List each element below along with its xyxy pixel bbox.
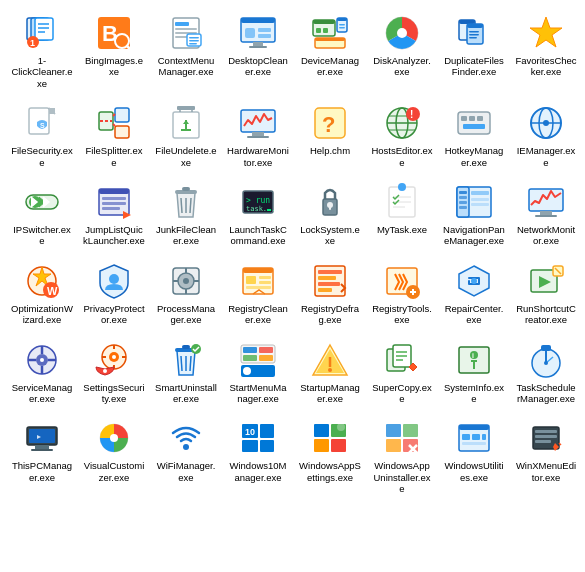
svg-point-195: [544, 361, 548, 365]
app-icon: [310, 13, 350, 53]
app-item[interactable]: DesktopCleaner.exe: [224, 8, 292, 94]
app-item[interactable]: DuplicateFilesFinder.exe: [440, 8, 508, 94]
app-item[interactable]: DeviceManager.exe: [296, 8, 364, 94]
app-label: LaunchTaskCommand.exe: [227, 224, 289, 247]
svg-line-91: [181, 198, 182, 213]
app-item[interactable]: LockSystem.exe: [296, 177, 364, 252]
svg-rect-115: [471, 203, 489, 206]
svg-rect-75: [469, 116, 475, 121]
app-item[interactable]: ?Help.chm: [296, 98, 364, 173]
app-label: HostsEditor.exe: [371, 145, 433, 168]
app-item[interactable]: WiFiManager.exe: [152, 413, 220, 499]
svg-rect-58: [177, 106, 195, 110]
app-item[interactable]: ThisPCManager.exe: [8, 413, 76, 499]
app-item[interactable]: JunkFileCleaner.exe: [152, 177, 220, 252]
app-item[interactable]: ContextMenuManager.exe: [152, 8, 220, 94]
app-item[interactable]: HardwareMonitor.exe: [224, 98, 292, 173]
app-label: FileSecurity.exe: [11, 145, 73, 168]
app-icon: [22, 340, 62, 380]
app-item[interactable]: FileSplitter.exe: [80, 98, 148, 173]
app-item[interactable]: NetworkMonitor.exe: [512, 177, 580, 252]
svg-rect-2: [35, 18, 53, 40]
svg-point-159: [112, 355, 116, 359]
app-item[interactable]: JumpListQuickLauncher.exe: [80, 177, 148, 252]
app-item[interactable]: WindowsUtilities.exe: [440, 413, 508, 499]
app-item[interactable]: HotkeyManager.exe: [440, 98, 508, 173]
svg-rect-197: [29, 429, 55, 443]
svg-rect-35: [339, 27, 345, 29]
app-item[interactable]: SettingsSecurity.exe: [80, 335, 148, 410]
svg-rect-73: [458, 112, 490, 134]
svg-rect-198: [35, 445, 49, 449]
app-label: VisualCustomizer.exe: [83, 460, 145, 483]
svg-rect-110: [459, 196, 467, 199]
svg-rect-62: [252, 132, 264, 136]
svg-rect-13: [175, 22, 189, 26]
app-item[interactable]: StartupManager.exe: [296, 335, 364, 410]
svg-rect-22: [241, 18, 275, 23]
app-item[interactable]: IEManager.exe: [512, 98, 580, 173]
app-icon: [526, 182, 566, 222]
app-label: ContextMenuManager.exe: [155, 55, 217, 78]
svg-rect-14: [175, 28, 197, 30]
app-icon: i: [454, 340, 494, 380]
app-item[interactable]: StartMenuManager.exe: [224, 335, 292, 410]
app-item[interactable]: FileUndelete.exe: [152, 98, 220, 173]
app-item[interactable]: 11-ClickCleaner.exe: [8, 8, 76, 94]
svg-rect-25: [245, 28, 255, 38]
app-item[interactable]: SmartUninstaller.exe: [152, 335, 220, 410]
app-icon: [382, 418, 422, 458]
app-item[interactable]: RegistryTools.exe: [368, 256, 436, 331]
app-item[interactable]: PrivacyProtector.exe: [80, 256, 148, 331]
svg-rect-137: [318, 270, 342, 274]
svg-rect-97: [267, 209, 271, 211]
app-label: SuperCopy.exe: [371, 382, 433, 405]
app-item[interactable]: iSystemInfo.exe: [440, 335, 508, 410]
app-item[interactable]: !HostsEditor.exe: [368, 98, 436, 173]
app-icon: [310, 182, 350, 222]
app-item[interactable]: FavoritesChecker.exe: [512, 8, 580, 94]
app-item[interactable]: IPSwitcher.exe: [8, 177, 76, 252]
app-item[interactable]: > runtask...LaunchTaskCommand.exe: [224, 177, 292, 252]
svg-rect-224: [462, 442, 486, 445]
svg-rect-215: [386, 439, 401, 452]
app-item[interactable]: RegistryCleaner.exe: [224, 256, 292, 331]
svg-rect-24: [249, 46, 267, 48]
svg-rect-88: [102, 207, 120, 210]
app-item[interactable]: SuperCopy.exe: [368, 335, 436, 410]
app-label: DiskAnalyzer.exe: [371, 55, 433, 78]
app-item[interactable]: ServiceManager.exe: [8, 335, 76, 410]
app-label: JumpListQuickLauncher.exe: [83, 224, 145, 247]
app-label: FileSplitter.exe: [83, 145, 145, 168]
app-item[interactable]: WOptimizationWizard.exe: [8, 256, 76, 331]
app-label: LockSystem.exe: [299, 224, 361, 247]
app-item[interactable]: RegistryDefrag.exe: [296, 256, 364, 331]
app-item[interactable]: WindowsAppSettings.exe: [296, 413, 364, 499]
app-item[interactable]: NavigationPaneManager.exe: [440, 177, 508, 252]
svg-rect-138: [318, 276, 336, 280]
app-item[interactable]: SFileSecurity.exe: [8, 98, 76, 173]
app-item[interactable]: 10Windows10Manager.exe: [224, 413, 292, 499]
svg-text:1: 1: [30, 38, 35, 48]
app-item[interactable]: WindowsAppUninstaller.exe: [368, 413, 436, 499]
app-item[interactable]: DiskAnalyzer.exe: [368, 8, 436, 94]
svg-rect-175: [243, 355, 257, 361]
app-label: RegistryTools.exe: [371, 303, 433, 326]
svg-rect-30: [316, 28, 321, 33]
svg-line-167: [181, 356, 182, 371]
app-item[interactable]: MyTask.exe: [368, 177, 436, 252]
app-label: BingImages.exe: [83, 55, 145, 78]
app-item[interactable]: TaskSchedulerManager.exe: [512, 335, 580, 410]
app-item[interactable]: RunShortcutCreator.exe: [512, 256, 580, 331]
svg-rect-87: [102, 202, 126, 205]
svg-point-202: [183, 444, 189, 450]
app-icon: [382, 340, 422, 380]
app-label: SmartUninstaller.exe: [155, 382, 217, 405]
app-item[interactable]: BBingImages.exe: [80, 8, 148, 94]
app-icon: [310, 418, 350, 458]
app-item[interactable]: VisualCustomizer.exe: [80, 413, 148, 499]
app-item[interactable]: WinXMenuEditor.exe: [512, 413, 580, 499]
app-item[interactable]: RepairCenter.exe: [440, 256, 508, 331]
app-item[interactable]: ProcessManager.exe: [152, 256, 220, 331]
svg-point-164: [103, 369, 107, 373]
